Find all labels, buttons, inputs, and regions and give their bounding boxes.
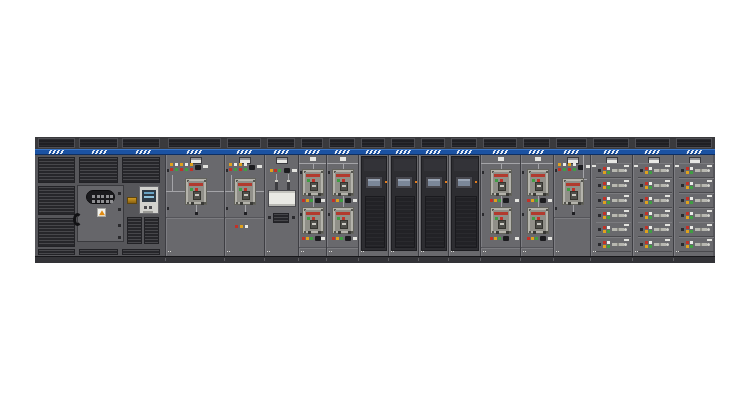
divider-highlight [449, 155, 450, 256]
handle-tip [707, 228, 710, 231]
indicator-dot [229, 168, 232, 171]
handle-notch [617, 169, 619, 172]
breaker-screw [338, 231, 341, 234]
breaker-screw [191, 202, 194, 205]
mimic-line [166, 191, 185, 192]
circuit-label [555, 207, 557, 210]
indicator-dot [607, 241, 610, 244]
indicator-dot [336, 237, 339, 240]
indicator-dot [245, 225, 248, 228]
base-tick [224, 258, 225, 261]
indicator-dot [274, 169, 277, 172]
handle-tip [666, 169, 669, 172]
circuit-label [310, 157, 316, 161]
circuit-label [555, 169, 557, 172]
display-bezel [395, 176, 413, 189]
power-led [475, 181, 477, 183]
indicator-dot [607, 182, 610, 185]
handle-notch [617, 199, 619, 202]
roof-vent [79, 138, 118, 148]
connector-pin [97, 200, 100, 203]
handle-notch [659, 228, 661, 231]
bay-hmi-bay-1 [358, 137, 388, 263]
circuit-label [707, 210, 712, 212]
indicator-dot [558, 168, 561, 171]
bay-body [326, 155, 358, 256]
circuit-label [681, 169, 684, 172]
power-led [415, 181, 417, 183]
monitor-screen [142, 190, 156, 202]
control-switch [503, 236, 509, 241]
breaker-screw [318, 231, 321, 234]
handle-notch [700, 214, 702, 217]
door-seam [225, 217, 265, 218]
brand-logo-icon [425, 150, 441, 154]
indicator-dot [645, 216, 648, 219]
cable-tap [195, 212, 198, 215]
busway-box [268, 190, 296, 207]
air-circuit-breaker [185, 178, 207, 205]
drawer-handle [695, 169, 707, 172]
handle-notch [700, 169, 702, 172]
indicator-dot [332, 199, 335, 202]
mimic-line [343, 196, 344, 207]
circuit-label [624, 224, 629, 226]
feeder-drawer [679, 178, 714, 193]
circuit-label [483, 251, 484, 252]
breaker-rating-strip [306, 212, 320, 215]
breaker-screw [578, 202, 581, 205]
monitor-button [149, 206, 152, 209]
circuit-label [598, 243, 601, 246]
bay-body [448, 155, 480, 256]
louver-vent [127, 217, 142, 244]
bay-mcc-2 [632, 137, 673, 263]
mimic-line [196, 205, 197, 212]
indicator-dot [690, 201, 693, 204]
indicator-dot [645, 201, 648, 204]
breaker-screw [568, 202, 571, 205]
circuit-label [353, 237, 357, 240]
indicator-dot [603, 197, 606, 200]
control-switch [284, 168, 290, 173]
mimic-line [313, 196, 314, 207]
drawer-handle [695, 199, 707, 202]
roof-vent [38, 138, 75, 148]
indicator-dot [498, 237, 501, 240]
breaker-handle [537, 223, 541, 225]
indicator-dot [170, 163, 173, 166]
indicator-dot [649, 186, 652, 189]
breaker-screw [533, 193, 536, 196]
drawer-handle [612, 228, 624, 231]
handle-notch [700, 199, 702, 202]
circuit-label [678, 251, 679, 252]
power-led [445, 181, 447, 183]
indicator-dot [649, 197, 652, 200]
brand-logo-icon [395, 150, 411, 154]
drawer-handle [695, 228, 707, 231]
divider-highlight [389, 155, 390, 256]
louver-vent [79, 157, 118, 183]
circuit-label [522, 213, 524, 216]
handle-tip [707, 214, 710, 217]
handle-notch [700, 228, 702, 231]
indicator-dot [686, 201, 689, 204]
dark-door [421, 156, 447, 251]
indicator-dot [690, 167, 693, 170]
breaker-rating-strip [531, 174, 545, 177]
drawer-stack [638, 163, 672, 252]
indicator-dot [558, 163, 561, 166]
bay-incomer-b [224, 137, 264, 263]
breaker-screw [506, 193, 509, 196]
brand-logo-icon [686, 150, 702, 154]
indicator-dot [686, 182, 689, 185]
circuit-label [363, 251, 364, 252]
feeder-drawer [596, 163, 631, 178]
circuit-label [640, 228, 643, 231]
display-screen [458, 179, 470, 186]
indicator-dot [490, 237, 493, 240]
roof-vent [267, 138, 295, 148]
indicator-dot [607, 230, 610, 233]
breaker-screw [496, 231, 499, 234]
door-lower-inset [395, 196, 415, 248]
circuit-label [292, 169, 297, 172]
